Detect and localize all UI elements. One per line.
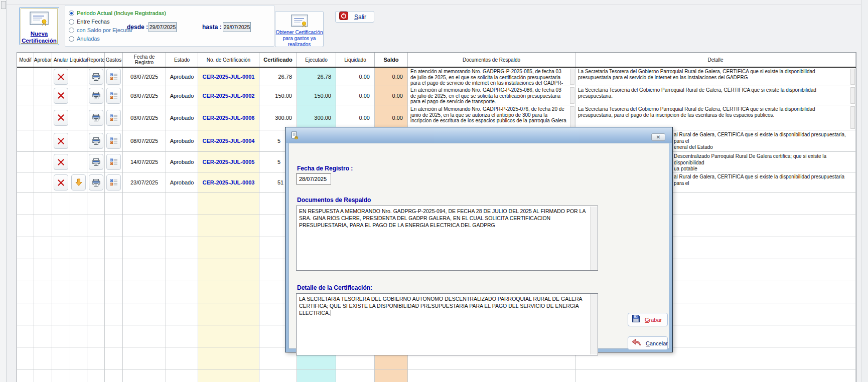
filter-radio-4[interactable]: Anuladas [69,35,100,42]
grabar-button[interactable]: Grabar [628,313,668,326]
liquidar-button[interactable] [71,174,86,190]
filter-radio-3[interactable]: con Saldo por Ejecutar [69,27,132,34]
cancelar-button[interactable]: Cancelar [628,336,668,350]
reporte-button[interactable] [89,110,103,126]
empty-cell-fecha-registro [123,369,166,382]
documentos-respaldo-label: Documentos de Respaldo [297,197,371,204]
documentos-respaldo-textarea[interactable]: EN RESPUESTA A MEMORANDO Nro. GADPRG-P-2… [296,206,598,271]
reporte-button[interactable] [89,88,103,104]
column-header-fecha-registro: Fecha de Registro [123,53,166,67]
column-header-gastos: Gastos [105,53,123,67]
reporte-button[interactable] [89,174,103,190]
cell-documentos-respaldo[interactable]: En atención al memorando Nro. GADPRG-P-2… [408,68,575,86]
desde-label: desde : [127,24,148,31]
empty-cell-modif [17,215,34,237]
empty-cell-liquidar [70,259,87,281]
cell-modif [17,130,34,152]
obtener-label-line1: Obtener Certificación [276,30,323,36]
certification-number-link[interactable]: CER-2025-JUL-0005 [198,152,259,172]
certification-number-link[interactable]: CER-2025-JUL-0003 [198,172,259,193]
empty-cell-saldo [375,369,408,382]
certification-number-link[interactable]: CER-2025-JUL-0004 [198,130,259,152]
empty-cell-anular [52,215,70,237]
filter-radio-2[interactable]: Entre Fechas [69,18,109,25]
empty-cell-fecha-registro [123,215,166,237]
cell-detalle[interactable]: La Secretaria Tesoreria del Gobierno Par… [575,86,856,105]
left-panel-edge [0,0,7,382]
cell-liquidar [70,68,87,86]
empty-cell-numero [198,347,259,369]
filter-radio-1[interactable]: Periodo Actual (Incluye Registradas) [69,10,166,17]
cell-liquidar [70,172,87,193]
obtener-certificacion-button[interactable]: Obtener Certificación para gastos ya rea… [275,11,324,47]
gastos-button[interactable] [106,174,121,190]
cell-liquidar [70,130,87,152]
anular-button[interactable] [54,174,68,190]
cell-fecha-registro: 03/07/2025 [123,105,166,130]
cell-aprobar [34,152,52,172]
cell-estado: Aprobado [166,172,198,193]
cell-estado: Aprobado [166,152,198,172]
cell-anular [52,86,70,105]
radio-icon[interactable] [69,28,74,33]
reporte-button[interactable] [89,154,103,170]
power-icon [339,12,348,22]
cell-detalle[interactable]: La Secretaria Tesorera del Gobierno Parr… [575,68,856,86]
dialog-title-bar[interactable]: ✕ [286,128,672,143]
reporte-button[interactable] [89,69,103,85]
gastos-button[interactable] [106,69,121,85]
cell-saldo: 0.00 [375,86,408,105]
nueva-certificacion-button[interactable]: Nueva Certificación [19,7,59,45]
desde-date-input[interactable]: 29/07/2025 [149,22,177,32]
empty-cell-estado [166,281,198,303]
textarea-scrollbar[interactable] [590,207,597,270]
empty-cell-liquidar [70,237,87,259]
empty-cell-reporte [87,369,105,382]
detalle-certificacion-label: Detalle de la Certificación: [297,284,372,291]
empty-cell-ejecutado [297,369,336,382]
column-header-anular: Anular [52,53,70,67]
salir-button[interactable]: Salir [335,11,374,23]
cell-fecha-registro: 03/07/2025 [123,86,166,105]
column-header-certificado: Certificado [259,53,297,67]
anular-button[interactable] [54,110,68,126]
anular-button[interactable] [54,133,68,149]
close-icon[interactable]: ✕ [651,133,665,141]
detalle-certificacion-textarea[interactable]: LA SECRETARIA TESORERA DEL GOBIERNO AUTO… [296,293,598,355]
empty-cell-reporte [87,193,105,215]
cell-fecha-registro: 23/07/2025 [123,172,166,193]
panel-collapse-handle[interactable] [1,1,6,9]
gastos-button[interactable] [106,88,121,104]
empty-cell-reporte [87,259,105,281]
anular-button[interactable] [54,154,68,170]
textarea-scrollbar[interactable] [590,294,597,354]
gastos-button[interactable] [106,154,121,170]
cell-reporte [87,152,105,172]
anular-button[interactable] [54,88,68,104]
obtener-label-line3: realizados [288,42,311,48]
empty-cell-aprobar [34,281,52,303]
cell-reporte [87,105,105,130]
certification-number-link[interactable]: CER-2025-JUL-0006 [198,105,259,130]
radio-icon[interactable] [69,11,74,16]
certification-number-link[interactable]: CER-2025-JUL-0001 [198,68,259,86]
radio-icon[interactable] [69,19,74,25]
empty-cell-liquidar [70,281,87,303]
table-header-row: ModifAprobarAnularLiquidarReporteGastosF… [17,53,856,68]
gastos-button[interactable] [106,133,121,149]
anular-button[interactable] [54,69,68,85]
fecha-registro-input[interactable]: 28/07/2025 [296,173,331,184]
cell-documentos-respaldo[interactable]: En atención al memorando Nro. GADPRG-P-2… [408,86,575,105]
certification-number-link[interactable]: CER-2025-JUL-0002 [198,86,259,105]
gastos-button[interactable] [106,110,121,126]
empty-cell-fecha-registro [123,237,166,259]
reporte-button[interactable] [89,133,103,149]
radio-icon[interactable] [69,36,74,42]
hasta-date-input[interactable]: 29/07/2025 [223,22,251,32]
cell-gastos [105,86,123,105]
empty-cell-aprobar [34,259,52,281]
cell-gastos [105,68,123,86]
radio-label: Anuladas [77,36,100,42]
cell-fecha-registro: 14/07/2025 [123,152,166,172]
empty-cell-aprobar [34,215,52,237]
